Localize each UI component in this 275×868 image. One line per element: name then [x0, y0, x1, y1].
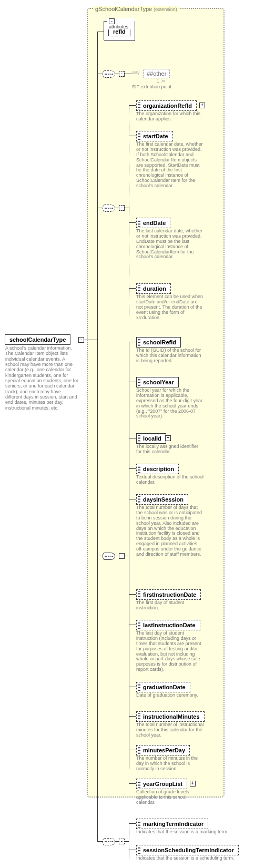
collapse-icon[interactable] — [119, 71, 125, 77]
elem-label: graduationDate — [143, 684, 186, 690]
elem-label: schoolRefId — [143, 339, 176, 345]
elem-label: firstInstructionDate — [143, 591, 196, 598]
stripes-icon — [138, 820, 140, 828]
connector — [129, 105, 136, 106]
elem-daysInSession[interactable]: daysInSession — [136, 494, 188, 505]
elem-desc: The locally assigned identifier for this… — [136, 444, 205, 455]
elem-desc: Indicates that the session is a scheduli… — [136, 856, 263, 861]
collapse-icon[interactable] — [119, 553, 125, 559]
schema-diagram: schoolCalendarType A school's calendar i… — [0, 0, 275, 868]
connector — [129, 716, 136, 717]
elem-desc: The total number of days that the school… — [136, 505, 205, 557]
sequence-compositor-icon — [103, 553, 115, 560]
connector — [129, 342, 136, 342]
elem-markingTermIndicator[interactable]: markingTermIndicator — [136, 819, 208, 829]
stripes-icon — [138, 285, 140, 292]
elem-firstInstructionDate[interactable]: firstInstructionDate — [136, 589, 201, 600]
elem-description[interactable]: description — [136, 464, 179, 474]
elem-desc: Collection of grade levels applicable to… — [136, 790, 199, 805]
elem-label: localId — [143, 435, 161, 442]
elem-desc: This element can be used when startDate … — [136, 294, 205, 320]
connector — [129, 468, 136, 469]
stripes-icon — [138, 435, 140, 442]
extension-base: gSchoolCalendarType — [95, 6, 152, 12]
root-type-node[interactable]: schoolCalendarType — [5, 334, 70, 345]
elem-desc: The Id (GUID) of the school for which th… — [136, 348, 205, 364]
elem-label: daysInSession — [143, 496, 184, 503]
connector — [97, 74, 103, 74]
root-description: A school's calendar information. The Cal… — [5, 345, 79, 411]
elem-minutesPerDay[interactable]: minutesPerDay — [136, 745, 190, 755]
elem-desc: The organization for which this calendar… — [136, 111, 205, 122]
elem-startDate[interactable]: startDate — [136, 131, 173, 141]
expand-icon[interactable] — [165, 435, 171, 441]
connector — [129, 382, 136, 382]
any-wildcard: ##other — [143, 69, 170, 78]
connector — [125, 74, 132, 74]
attributes-title: -attributes — [107, 18, 135, 29]
elem-instructionalMinutes[interactable]: instructionalMinutes — [136, 711, 205, 722]
connector — [129, 783, 136, 784]
connector — [129, 850, 136, 850]
stripes-icon — [138, 132, 140, 140]
connector — [129, 687, 136, 687]
elem-graduationDate[interactable]: graduationDate — [136, 682, 190, 692]
stripes-icon — [138, 747, 140, 754]
elem-schoolYear[interactable]: schoolYear — [136, 377, 179, 387]
stripes-icon — [138, 339, 140, 346]
connector — [129, 105, 129, 317]
stripes-icon — [138, 219, 140, 227]
elem-sessionSchedulingTermIndicator[interactable]: sessionSchedulingTermIndicator — [136, 845, 239, 855]
stripes-icon — [138, 591, 140, 598]
expand-toggle-icon[interactable] — [78, 337, 84, 343]
sequence-compositor-icon — [103, 205, 115, 212]
sequence-compositor-icon — [103, 838, 115, 845]
connector — [115, 74, 119, 74]
connector — [129, 625, 136, 625]
attributes-box: -attributes refId — [104, 21, 135, 41]
stripes-icon — [138, 780, 140, 788]
stripes-icon — [138, 713, 140, 720]
any-wildcard-text: ##other — [147, 70, 166, 77]
elem-desc: School year for which the information is… — [136, 388, 205, 419]
extension-title: gSchoolCalendarType (extension) — [93, 6, 179, 12]
connector — [129, 136, 136, 136]
connector — [129, 823, 136, 824]
expand-icon[interactable] — [199, 103, 205, 108]
collapse-icon[interactable]: - — [109, 18, 115, 24]
elem-localId[interactable]: localId — [136, 433, 166, 444]
connector — [97, 32, 104, 32]
elem-desc: The last calendar date, whether or not i… — [136, 229, 205, 260]
elem-desc: The total number of instructional minute… — [136, 722, 205, 738]
elem-label: minutesPerDay — [143, 747, 185, 753]
elem-label: startDate — [143, 133, 168, 139]
collapse-icon[interactable] — [119, 839, 125, 844]
elem-endDate[interactable]: endDate — [136, 218, 170, 228]
elem-lastInstructionDate[interactable]: lastInstructionDate — [136, 620, 200, 630]
elem-yearGroupList[interactable]: yearGroupList — [136, 779, 187, 789]
elem-desc: Textual description of the school calend… — [136, 475, 205, 485]
elem-organizationRefId[interactable]: organizationRefId — [136, 100, 197, 111]
connector — [129, 288, 136, 289]
collapse-icon[interactable] — [119, 205, 125, 211]
root-type-label: schoolCalendarType — [9, 336, 66, 343]
connector — [97, 841, 103, 842]
connector — [125, 556, 129, 556]
elem-duration[interactable]: duration — [136, 283, 171, 294]
elem-schoolRefId[interactable]: schoolRefId — [136, 337, 181, 348]
connector — [115, 208, 119, 208]
elem-desc: The last day of student instruction (inc… — [136, 631, 205, 672]
connector — [115, 841, 119, 842]
elem-desc: The first day of student instruction. — [136, 600, 205, 611]
elem-desc: Indicates that the session is a marking … — [136, 830, 263, 835]
attributes-title-text: attributes — [109, 24, 128, 29]
elem-desc: The first calendar date, whether or not … — [136, 142, 205, 189]
elem-desc: Date of graduation ceremony. — [136, 693, 205, 698]
stripes-icon — [138, 465, 140, 473]
stripes-icon — [138, 621, 140, 629]
stripes-icon — [138, 496, 140, 503]
expand-icon[interactable] — [190, 781, 196, 787]
connector — [125, 841, 129, 842]
stripes-icon — [138, 683, 140, 691]
elem-label: duration — [143, 285, 166, 292]
